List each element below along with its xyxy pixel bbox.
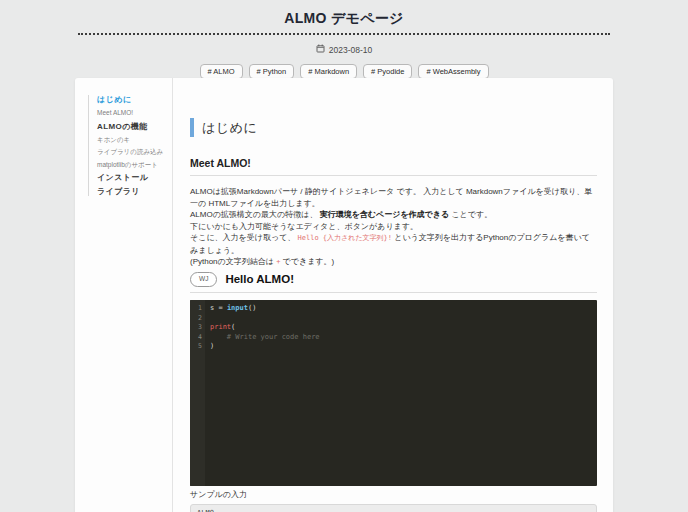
inline-code: Hello {入力された文字列}! <box>298 234 392 242</box>
section-heading-text: はじめに <box>202 119 257 137</box>
sample-input-label: サンプルの入力 <box>190 489 597 500</box>
code-token: # Write your code here <box>210 333 320 341</box>
page-header: ALMO デモページ 2023-08-10 # ALMO# Python# Ma… <box>0 0 688 79</box>
sample-input-box: ALMO <box>190 504 597 512</box>
calendar-icon <box>316 44 325 55</box>
code-line: s = input() <box>210 304 597 314</box>
code-token: () <box>248 304 256 312</box>
paragraph-text: ALMOの拡張構文の最大の特徴は、 <box>190 210 320 219</box>
paragraph-text: でできます。) <box>280 257 334 266</box>
line-number: 5 <box>190 342 205 352</box>
editor-gutter: 12345 <box>190 300 205 486</box>
sidebar-item[interactable]: はじめに <box>97 95 172 104</box>
line-number: 3 <box>190 323 205 333</box>
tag-badge: # Markdown <box>300 64 357 79</box>
sidebar-item[interactable]: インストール <box>97 173 172 182</box>
code-token: input <box>227 304 248 312</box>
page-title: ALMO デモページ <box>0 10 688 28</box>
sidebar-item[interactable]: matplotlibのサポート <box>97 161 172 169</box>
section-heading: はじめに <box>190 118 597 137</box>
code-token: ( <box>231 323 235 331</box>
main-content: はじめに Meet ALMO! ALMOは拡張Markdownパーサ / 静的サ… <box>173 78 613 512</box>
content-card: はじめにMeet ALMO!ALMOの機能キホンのキライブラリの読み込みmatp… <box>75 78 613 512</box>
judge-status-badge: WJ <box>190 272 217 288</box>
code-line: ) <box>210 342 597 352</box>
tag-badge: # WebAssembly <box>418 64 488 79</box>
paragraph-text: ALMOは拡張Markdownパーサ / 静的サイトジェネレータ です。 入力と… <box>190 187 592 208</box>
problem-header: WJ Hello ALMO! <box>190 272 597 294</box>
tag-badge: # Python <box>249 64 295 79</box>
code-editor[interactable]: 12345 s = input() print( # Write your co… <box>190 300 597 486</box>
title-divider <box>78 33 610 35</box>
intro-paragraph: ALMOは拡張Markdownパーサ / 静的サイトジェネレータ です。 入力と… <box>190 186 597 269</box>
paragraph-bold-text: 実行環境を含むページを作成できる <box>320 210 450 219</box>
tag-list: # ALMO# Python# Markdown# Pyodide# WebAs… <box>0 64 688 79</box>
line-number: 4 <box>190 333 205 343</box>
problem-title: Hello ALMO! <box>225 273 294 285</box>
sidebar-item[interactable]: ライブラリ <box>97 187 172 196</box>
code-token: = <box>218 304 226 312</box>
code-line: # Write your code here <box>210 333 597 343</box>
sidebar-item[interactable]: ALMOの機能 <box>97 122 172 131</box>
sidebar: はじめにMeet ALMO!ALMOの機能キホンのキライブラリの読み込みmatp… <box>75 78 173 512</box>
line-number: 2 <box>190 314 205 324</box>
table-of-contents: はじめにMeet ALMO!ALMOの機能キホンのキライブラリの読み込みmatp… <box>88 95 172 196</box>
paragraph-text: (Pythonの文字列結合は <box>190 257 276 266</box>
code-line <box>210 314 597 324</box>
sidebar-item[interactable]: Meet ALMO! <box>97 109 172 117</box>
sidebar-item[interactable]: キホンのキ <box>97 136 172 144</box>
code-token: print <box>210 323 231 331</box>
paragraph-text: そこに、入力を受け取って、 <box>190 233 298 242</box>
date-row: 2023-08-10 <box>316 44 372 55</box>
tag-badge: # Pyodide <box>363 64 412 79</box>
tag-badge: # ALMO <box>200 64 243 79</box>
code-token: ) <box>210 342 214 350</box>
editor-code-area[interactable]: s = input() print( # Write your code her… <box>205 300 597 486</box>
heading-accent-bar <box>190 118 194 137</box>
sidebar-item[interactable]: ライブラリの読み込み <box>97 148 172 156</box>
paragraph-text: 下にいかにも入力可能そうなエディタと、ボタンがあります。 <box>190 222 418 231</box>
line-number: 1 <box>190 304 205 314</box>
paragraph-text: ことです。 <box>449 210 492 219</box>
code-line: print( <box>210 323 597 333</box>
subsection-heading: Meet ALMO! <box>190 157 597 176</box>
page-date: 2023-08-10 <box>329 45 372 55</box>
